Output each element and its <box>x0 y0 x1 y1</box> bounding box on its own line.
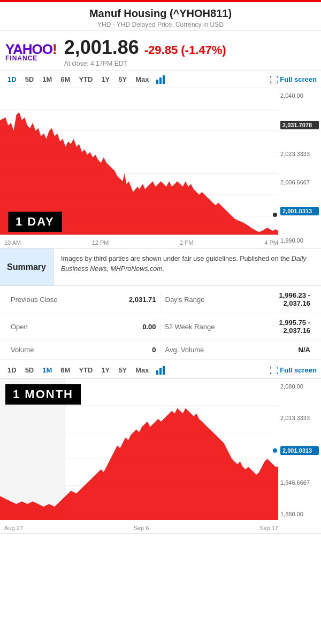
stats-cell-volume: Volume 0 <box>6 346 161 354</box>
y-label-1: 2,040.00 <box>280 92 319 99</box>
y2-label-1: 2,080.00 <box>280 383 319 390</box>
x2-label-aug27: Aug 27 <box>4 525 23 531</box>
fullscreen-icon-2 <box>270 367 278 374</box>
svg-rect-0 <box>156 80 158 84</box>
stats-row-2: Open 0.00 52 Week Range 1,995.75 -2,037.… <box>0 313 321 340</box>
btn-5y[interactable]: 5Y <box>115 74 130 84</box>
btn2-5d[interactable]: 5D <box>22 365 37 375</box>
stats-cell-open: Open 0.00 <box>6 319 161 335</box>
current-price-dot <box>273 213 277 217</box>
prev-close-label: Previous Close <box>11 296 57 304</box>
btn2-max[interactable]: Max <box>132 365 152 375</box>
stock-title: Manuf Housing (^YHOH811) <box>0 7 321 20</box>
btn2-6m[interactable]: 6M <box>57 365 73 375</box>
chart-2-x-labels: Aug 27 Sep 6 Sep 17 <box>4 525 278 531</box>
finance-text: FINANCE <box>5 55 37 61</box>
52week-value: 1,995.75 -2,037.16 <box>279 319 310 335</box>
btn2-1d[interactable]: 1D <box>4 365 20 375</box>
chart-controls-1: 1D 5D 1M 6M YTD 1Y 5Y Max Full screen <box>0 71 321 88</box>
price-row: 2,001.86 -29.85 (-1.47%) <box>64 36 226 59</box>
btn2-1y[interactable]: 1Y <box>98 365 113 375</box>
fullscreen-icon <box>270 76 278 83</box>
y-label-2: 2,023.3333 <box>280 151 319 157</box>
summary-text-content: Images by third parties are shown under … <box>54 249 321 285</box>
btn-5d[interactable]: 5D <box>22 74 37 84</box>
fullscreen-btn-2[interactable]: Full screen <box>270 366 317 374</box>
open-label: Open <box>11 323 28 331</box>
x-label-10am: 10 AM <box>4 239 21 246</box>
summary-tab-label: Summary <box>7 262 46 272</box>
close-time: At close: 4:17PM EDT <box>64 60 226 67</box>
price-section: YAHOO! FINANCE 2,001.86 -29.85 (-1.47%) … <box>0 31 321 71</box>
stats-cell-days-range: Day's Range 1,996.23 -2,037.16 <box>161 291 315 307</box>
avg-volume-value: N/A <box>299 346 310 354</box>
avg-volume-label: Avg. Volume <box>165 346 204 354</box>
y-label-4: 1,990.00 <box>280 237 319 244</box>
svg-rect-10 <box>159 368 162 375</box>
days-range-label: Day's Range <box>165 296 205 304</box>
days-range-value: 1,996.23 -2,037.16 <box>279 291 310 307</box>
btn2-ytd[interactable]: YTD <box>75 365 96 375</box>
current-price-dot-2 <box>273 448 277 453</box>
btn2-1m[interactable]: 1M <box>39 365 55 375</box>
chart-2-y-labels: 2,080.00 2,013.3333 2,001.0313 1,946.666… <box>278 379 321 533</box>
chart-1-x-labels: 10 AM 12 PM 2 PM 4 PM <box>4 239 278 246</box>
stats-row-1: Previous Close 2,031.71 Day's Range 1,99… <box>0 286 321 313</box>
one-month-label: 1 MONTH <box>5 384 81 405</box>
x-label-12pm: 12 PM <box>92 239 109 246</box>
volume-value: 0 <box>152 346 156 354</box>
header-section: Manuf Housing (^YHOH811) YHD - YHD Delay… <box>0 2 321 31</box>
x-label-2pm: 2 PM <box>180 239 194 246</box>
y2-label-current: 2,001.0313 <box>280 446 319 455</box>
chart-1-container: 2,040.00 2,031.7078 2,023.3333 2,006.666… <box>0 88 321 249</box>
y2-label-3: 1,946.6667 <box>280 479 319 486</box>
summary-tab[interactable]: Summary <box>0 249 54 285</box>
bar-chart-icon-2[interactable] <box>156 366 167 375</box>
btn2-5y[interactable]: 5Y <box>115 365 130 375</box>
btn-ytd[interactable]: YTD <box>75 74 96 84</box>
btn-1d[interactable]: 1D <box>4 74 20 84</box>
chart-2-container: 2,080.00 2,013.3333 2,001.0313 1,946.666… <box>0 379 321 534</box>
x2-label-sep6: Sep 6 <box>134 525 149 531</box>
open-value: 0.00 <box>142 323 156 331</box>
one-day-label: 1 DAY <box>8 212 62 232</box>
stats-cell-prev-close: Previous Close 2,031.71 <box>6 291 161 307</box>
svg-rect-11 <box>163 366 165 375</box>
stats-cell-52week: 52 Week Range 1,995.75 -2,037.16 <box>161 319 315 335</box>
svg-rect-2 <box>163 75 165 84</box>
btn-max[interactable]: Max <box>132 74 152 84</box>
x2-label-sep17: Sep 17 <box>259 525 278 531</box>
y2-label-4: 1,880.00 <box>280 511 319 517</box>
current-price: 2,001.86 <box>64 36 139 59</box>
fullscreen-label-2: Full screen <box>280 366 317 374</box>
y-label-highlight: 2,031.7078 <box>280 121 319 129</box>
price-info: 2,001.86 -29.85 (-1.47%) At close: 4:17P… <box>64 36 226 67</box>
chart-controls-2: 1D 5D 1M 6M YTD 1Y 5Y Max Full screen <box>0 362 321 379</box>
btn-1y[interactable]: 1Y <box>98 74 113 84</box>
btn-6m[interactable]: 6M <box>57 74 73 84</box>
y-label-3: 2,006.6667 <box>280 179 319 185</box>
52week-label: 52 Week Range <box>165 323 215 331</box>
price-change: -29.85 (-1.47%) <box>144 43 226 57</box>
fullscreen-btn-1[interactable]: Full screen <box>270 75 317 83</box>
prev-close-value: 2,031.71 <box>129 296 156 304</box>
stats-cell-avg-volume: Avg. Volume N/A <box>161 346 315 354</box>
x-label-4pm: 4 PM <box>264 239 278 246</box>
chart-1-y-labels: 2,040.00 2,031.7078 2,023.3333 2,006.666… <box>278 88 321 248</box>
bar-chart-icon[interactable] <box>156 75 167 84</box>
stats-table: Previous Close 2,031.71 Day's Range 1,99… <box>0 286 321 360</box>
y-label-current: 2,001.0313 <box>280 207 319 215</box>
volume-label: Volume <box>11 346 34 354</box>
btn-1m[interactable]: 1M <box>39 74 55 84</box>
y2-label-2: 2,013.3333 <box>280 415 319 421</box>
fullscreen-label-1: Full screen <box>280 75 317 83</box>
yahoo-logo: YAHOO! FINANCE <box>5 42 57 61</box>
svg-rect-1 <box>159 77 162 84</box>
svg-rect-9 <box>156 370 158 375</box>
summary-section: Summary Images by third parties are show… <box>0 249 321 286</box>
stats-row-3: Volume 0 Avg. Volume N/A <box>0 340 321 360</box>
stock-subtitle: YHD - YHD Delayed Price. Currency in USD <box>0 21 321 28</box>
